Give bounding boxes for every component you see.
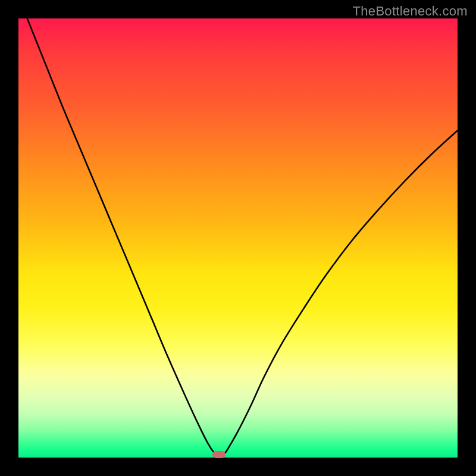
chart-frame: TheBottleneck.com <box>0 0 476 476</box>
optimal-marker <box>212 451 226 458</box>
watermark-text: TheBottleneck.com <box>353 4 468 19</box>
bottleneck-curve <box>18 18 458 458</box>
plot-area <box>18 18 458 458</box>
